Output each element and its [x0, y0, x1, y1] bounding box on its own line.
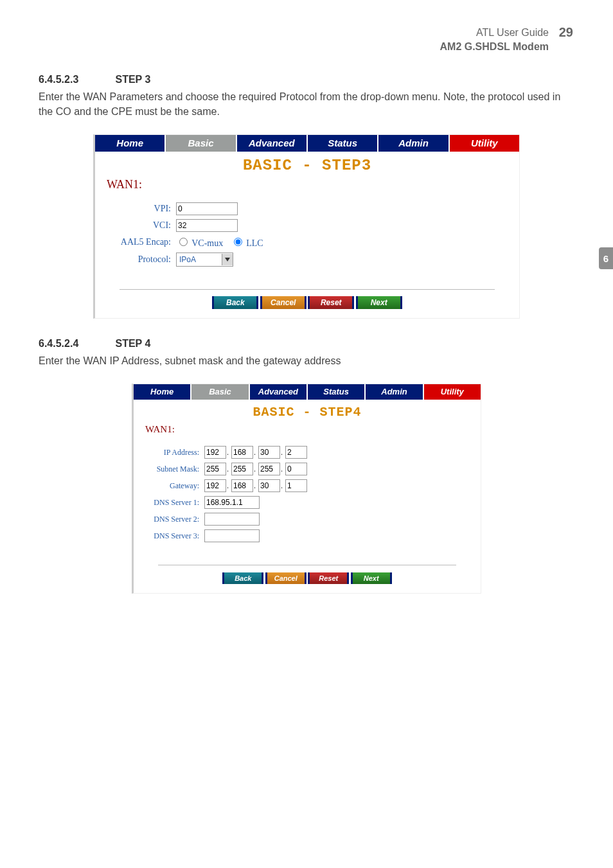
- vci-input[interactable]: [176, 219, 238, 232]
- gw-input-1[interactable]: [204, 479, 226, 492]
- dot-icon: .: [226, 465, 229, 474]
- page-number: 29: [559, 23, 573, 41]
- mask-input-4[interactable]: [285, 463, 307, 475]
- aal5-radio-vcmux[interactable]: VC-mux: [176, 238, 223, 248]
- nav-tab-basic[interactable]: Basic: [191, 384, 249, 400]
- ip-input-4[interactable]: [285, 446, 307, 459]
- protocol-select-value: IPoA: [177, 255, 222, 264]
- dot-icon: .: [226, 448, 229, 457]
- nav-bar: Home Basic Advanced Status Admin Utility: [134, 384, 481, 400]
- screenshot-step3: Home Basic Advanced Status Admin Utility…: [93, 134, 520, 319]
- nav-tab-advanced[interactable]: Advanced: [237, 135, 308, 152]
- aal5-opt2-label: LLC: [246, 238, 263, 248]
- dns1-input[interactable]: [204, 496, 260, 509]
- nav-tab-admin[interactable]: Admin: [378, 135, 449, 152]
- separator: [120, 289, 495, 290]
- aal5-opt1-label: VC-mux: [191, 238, 223, 248]
- reset-button[interactable]: Reset: [310, 572, 347, 584]
- nav-tab-status[interactable]: Status: [308, 135, 378, 152]
- mask-input-3[interactable]: [258, 463, 280, 475]
- aal5-radio-llc-input[interactable]: [234, 238, 242, 246]
- chapter-side-tab: 6: [599, 247, 613, 269]
- gw-input-2[interactable]: [231, 479, 253, 492]
- heading-step3-title: STEP 3: [115, 74, 150, 85]
- nav-tab-utility[interactable]: Utility: [450, 135, 519, 152]
- svg-marker-0: [225, 258, 230, 261]
- dns2-input[interactable]: [204, 513, 260, 526]
- doc-title-1: ATL User Guide: [39, 26, 549, 40]
- reset-button[interactable]: Reset: [310, 296, 352, 309]
- nav-tab-home[interactable]: Home: [134, 384, 191, 400]
- ip-input-1[interactable]: [204, 446, 226, 459]
- dot-icon: .: [280, 448, 283, 457]
- nav-tab-status[interactable]: Status: [308, 384, 366, 400]
- panel3-title: BASIC - STEP3: [95, 152, 519, 177]
- page-header: 29 ATL User Guide AM2 G.SHDSL Modem: [39, 26, 574, 55]
- panel4-wan-label: WAN1:: [145, 424, 175, 434]
- vci-label: VCI:: [107, 217, 173, 234]
- ip-label: IP Address:: [145, 444, 202, 461]
- button-row: Back Cancel Reset Next: [134, 572, 481, 593]
- dot-icon: .: [280, 481, 283, 490]
- dns3-input[interactable]: [204, 529, 260, 542]
- back-button[interactable]: Back: [224, 572, 262, 584]
- vpi-label: VPI:: [107, 200, 173, 217]
- mask-input-1[interactable]: [204, 463, 226, 475]
- dot-icon: .: [253, 465, 256, 474]
- protocol-label: Protocol:: [107, 251, 173, 269]
- paragraph-step3: Enter the WAN Parameters and choose the …: [39, 89, 574, 119]
- nav-tab-home[interactable]: Home: [95, 135, 166, 152]
- gw-input-3[interactable]: [258, 479, 280, 492]
- aal5-radio-vcmux-input[interactable]: [179, 238, 188, 246]
- vpi-input[interactable]: [176, 202, 238, 215]
- ip-input-3[interactable]: [258, 446, 280, 459]
- heading-step4: 6.4.5.2.4 STEP 4: [39, 338, 574, 350]
- panel3-wan-label: WAN1:: [107, 178, 142, 191]
- paragraph-step4: Enter the WAN IP Address, subnet mask an…: [39, 353, 574, 368]
- nav-tab-advanced[interactable]: Advanced: [250, 384, 308, 400]
- gw-label: Gateway:: [145, 477, 202, 494]
- gw-input-4[interactable]: [285, 479, 307, 492]
- dot-icon: .: [280, 465, 283, 474]
- doc-title-2: AM2 G.SHDSL Modem: [39, 40, 549, 54]
- aal5-radio-llc[interactable]: LLC: [231, 238, 263, 248]
- back-button[interactable]: Back: [214, 296, 256, 309]
- heading-step3-number: 6.4.5.2.3: [39, 74, 112, 85]
- next-button[interactable]: Next: [358, 296, 400, 309]
- nav-tab-admin[interactable]: Admin: [366, 384, 423, 400]
- separator: [158, 565, 456, 565]
- heading-step4-number: 6.4.5.2.4: [39, 338, 112, 350]
- dot-icon: .: [253, 448, 256, 457]
- dot-icon: .: [226, 481, 229, 490]
- heading-step3: 6.4.5.2.3 STEP 3: [39, 74, 574, 85]
- nav-tab-utility[interactable]: Utility: [424, 384, 481, 400]
- dot-icon: .: [253, 481, 256, 490]
- mask-label: Subnet Mask:: [145, 461, 202, 477]
- mask-input-2[interactable]: [231, 463, 253, 475]
- aal5-label: AAL5 Encap:: [107, 234, 173, 251]
- cancel-button[interactable]: Cancel: [267, 572, 305, 584]
- cancel-button[interactable]: Cancel: [262, 296, 305, 309]
- next-button[interactable]: Next: [353, 572, 390, 584]
- ip-input-2[interactable]: [231, 446, 253, 459]
- nav-tab-basic[interactable]: Basic: [166, 135, 236, 152]
- dns2-label: DNS Server 2:: [145, 511, 202, 527]
- panel4-title: BASIC - STEP4: [134, 400, 481, 422]
- chevron-down-icon: [222, 254, 233, 265]
- nav-bar: Home Basic Advanced Status Admin Utility: [95, 135, 519, 152]
- dns3-label: DNS Server 3:: [145, 527, 202, 544]
- dns1-label: DNS Server 1:: [145, 494, 202, 511]
- button-row: Back Cancel Reset Next: [95, 296, 519, 318]
- screenshot-step4: Home Basic Advanced Status Admin Utility…: [132, 384, 481, 594]
- protocol-select[interactable]: IPoA: [176, 252, 233, 267]
- heading-step4-title: STEP 4: [115, 338, 150, 349]
